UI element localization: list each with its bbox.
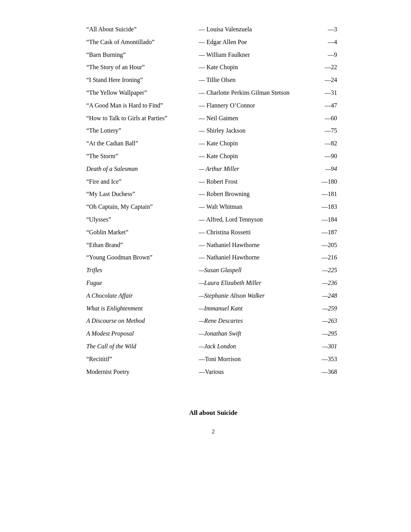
toc-title: “Barn Burning” [86, 49, 198, 61]
toc-row: “Young Goodman Brown”— Nathaniel Hawthor… [86, 251, 341, 264]
toc-title: What is Enlightenment [86, 302, 198, 315]
toc-page: —94 [305, 163, 341, 176]
toc-author: — Kate Chopin [198, 137, 305, 150]
toc-author: —Immanuel Kant [198, 302, 305, 315]
toc-page: —24 [305, 74, 341, 87]
toc-row: “My Last Duchess”— Robert Browning—181 [86, 188, 341, 201]
toc-title: “Ethan Brand” [86, 239, 198, 252]
toc-row: A Discourse on Method—Rene Descartes—263 [86, 315, 341, 327]
toc-author: — Edgar Allen Poe [198, 36, 305, 49]
toc-title: “Fire and Ice” [86, 176, 198, 188]
toc-title: “The Cask of Amontillado” [86, 36, 198, 49]
toc-author: — Shirley Jackson [198, 124, 305, 137]
toc-title: The Call of the Wild [86, 340, 198, 353]
toc-title: “The Yellow Wallpaper” [86, 87, 198, 99]
toc-author: — William Faulkner [198, 49, 305, 61]
toc-page: —22 [305, 61, 341, 74]
toc-page: —82 [305, 137, 341, 150]
toc-title: “Recititif” [86, 353, 198, 366]
toc-row: A Modest Proposal—Jonathan Swift—295 [86, 327, 341, 340]
toc-row: “The Storm”— Kate Chopin—90 [86, 150, 341, 163]
toc-title: “My Last Duchess” [86, 188, 198, 201]
toc-author: —Rene Descartes [198, 315, 305, 327]
toc-page: —9 [305, 49, 341, 61]
toc-author: — Flannery O’Connor [198, 99, 305, 112]
toc-author: — Robert Frost [198, 176, 305, 188]
toc-row: “All About Suicide”— Louisa Valenzuela—3 [86, 23, 341, 36]
toc-author: —Toni Morrison [198, 353, 305, 366]
toc-page: —263 [305, 315, 341, 327]
toc-row: Modernist Poetry—Various—368 [86, 366, 341, 379]
toc-title: Fugue [86, 277, 198, 290]
toc-page: —60 [305, 112, 341, 125]
toc-author: —Laura Elizabeth Miller [198, 277, 305, 290]
toc-title: “I Stand Here Ironing” [86, 74, 198, 87]
toc-author: — Louisa Valenzuela [198, 23, 305, 36]
toc-author: —Jonathan Swift [198, 327, 305, 340]
toc-title: A Modest Proposal [86, 327, 198, 340]
toc-row: “Barn Burning”— William Faulkner—9 [86, 49, 341, 61]
toc-author: — Kate Chopin [198, 61, 305, 74]
toc-title: “Goblin Market” [86, 226, 198, 239]
toc-author: — Nathaniel Hawthorne [198, 239, 305, 252]
toc-author: — Robert Browning [198, 188, 305, 201]
toc-page: —236 [305, 277, 341, 290]
toc-title: Trifles [86, 264, 198, 277]
toc-title: A Discourse on Method [86, 315, 198, 327]
toc-row: “Recititif”—Toni Morrison—353 [86, 353, 341, 366]
page-number: 2 [86, 428, 341, 435]
toc-page: —47 [305, 99, 341, 112]
toc-title: “A Good Man is Hard to Find” [86, 99, 198, 112]
toc-page: —181 [305, 188, 341, 201]
toc-title: “Ulysses” [86, 213, 198, 226]
toc-row: Death of a Salesman— Arthur Miller—94 [86, 163, 341, 176]
toc-page: —187 [305, 226, 341, 239]
toc-page: —31 [305, 87, 341, 99]
toc-author: — Charlotte Perkins Gilman Stetson [198, 87, 305, 99]
toc-author: — Christina Rossetti [198, 226, 305, 239]
toc-page: —216 [305, 251, 341, 264]
toc-page: —301 [305, 340, 341, 353]
toc-page: —180 [305, 176, 341, 188]
toc-row: “At the Cadian Ball”— Kate Chopin—82 [86, 137, 341, 150]
toc-row: What is Enlightenment—Immanuel Kant—259 [86, 302, 341, 315]
toc-author: —Stephanie Alison Walker [198, 290, 305, 302]
toc-author: — Nathaniel Hawthorne [198, 251, 305, 264]
toc-row: “The Story of an Hour”— Kate Chopin—22 [86, 61, 341, 74]
toc-page: —4 [305, 36, 341, 49]
toc-row: “How to Talk to Girls at Parties”— Neil … [86, 112, 341, 125]
toc-row: Trifles—Susan Glaspell—225 [86, 264, 341, 277]
toc-row: “Fire and Ice”— Robert Frost—180 [86, 176, 341, 188]
section-heading: All about Suicide [86, 409, 341, 417]
toc-page: —183 [305, 201, 341, 213]
toc-author: —Jack London [198, 340, 305, 353]
toc-author: — Neil Gaimen [198, 112, 305, 125]
toc-row: The Call of the Wild—Jack London—301 [86, 340, 341, 353]
toc-author: —Various [198, 366, 305, 379]
toc-row: “The Lottery”— Shirley Jackson—75 [86, 124, 341, 137]
toc-row: “Ethan Brand”— Nathaniel Hawthorne—205 [86, 239, 341, 252]
toc-page: —225 [305, 264, 341, 277]
toc-row: “The Yellow Wallpaper”— Charlotte Perkin… [86, 87, 341, 99]
toc-page: —353 [305, 353, 341, 366]
toc-author: —Susan Glaspell [198, 264, 305, 277]
toc-author: — Kate Chopin [198, 150, 305, 163]
toc-title: “Young Goodman Brown” [86, 251, 198, 264]
toc-row: “The Cask of Amontillado”— Edgar Allen P… [86, 36, 341, 49]
toc-title: Modernist Poetry [86, 366, 198, 379]
toc-page: —3 [305, 23, 341, 36]
toc-title: “At the Cadian Ball” [86, 137, 198, 150]
toc-row: “Oh Captain, My Captain”— Walt Whitman—1… [86, 201, 341, 213]
page-container: “All About Suicide”— Louisa Valenzuela—3… [55, 0, 356, 458]
toc-title: A Chocolate Affair [86, 290, 198, 302]
toc-page: —75 [305, 124, 341, 137]
toc-title: “How to Talk to Girls at Parties” [86, 112, 198, 125]
toc-author: — Tillie Olsen [198, 74, 305, 87]
toc-author: — Walt Whitman [198, 201, 305, 213]
toc-author: — Arthur Miller [198, 163, 305, 176]
toc-page: —248 [305, 290, 341, 302]
toc-page: —295 [305, 327, 341, 340]
toc-page: —205 [305, 239, 341, 252]
toc-row: Fugue—Laura Elizabeth Miller—236 [86, 277, 341, 290]
toc-author: — Alfred, Lord Tennyson [198, 213, 305, 226]
